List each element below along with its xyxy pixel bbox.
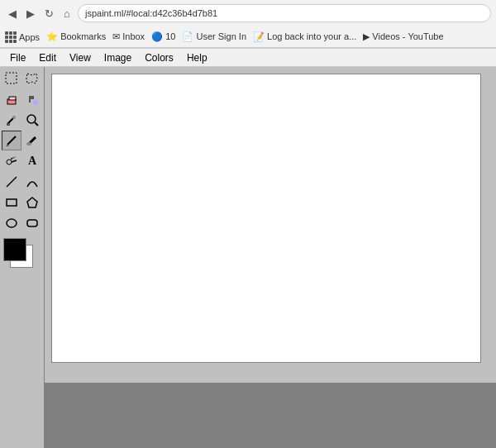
svg-line-19 [7,177,17,187]
svg-marker-21 [27,198,37,207]
bm-logback[interactable]: 📝 Log back into your a... [253,31,356,42]
tool-rounded-rect[interactable] [22,213,42,233]
canvas-wrapper [45,67,496,383]
tool-rect[interactable] [2,193,21,212]
svg-point-18 [14,156,15,157]
bm-number[interactable]: 🔵 10 [151,31,175,42]
svg-point-8 [27,115,36,123]
tool-airbrush[interactable] [2,151,21,171]
browser-chrome: ◀ ▶ ↻ ⌂ jspaint.ml/#local:d42c36b4d7b81 … [0,0,496,49]
svg-point-14 [7,160,12,164]
drawing-canvas[interactable] [51,74,481,363]
svg-point-22 [7,219,17,227]
svg-line-15 [12,160,17,162]
back-button[interactable]: ◀ [5,6,20,21]
tool-text[interactable]: A [22,151,42,171]
color-preview [2,236,41,273]
menu-colors[interactable]: Colors [138,50,180,65]
tool-eraser[interactable] [2,89,21,109]
bm-inbox[interactable]: ✉ Inbox [112,31,145,42]
bm-bookmarks[interactable]: ⭐ Bookmarks [46,31,106,42]
url-text: jspaint.ml/#local:d42c36b4d7b81 [85,8,217,18]
tool-eyedropper[interactable] [2,110,21,130]
svg-line-9 [35,122,38,126]
tool-polygon[interactable] [22,193,42,212]
svg-rect-0 [6,73,17,83]
menu-edit[interactable]: Edit [32,50,63,65]
canvas-bottom-area [45,383,496,448]
address-bar[interactable]: jspaint.ml/#local:d42c36b4d7b81 [78,4,491,22]
tool-select-free[interactable] [22,69,42,88]
forward-button[interactable]: ▶ [23,6,38,21]
svg-rect-3 [9,97,16,100]
tool-pencil[interactable] [2,131,21,150]
svg-marker-1 [26,74,37,83]
bm-apps[interactable]: Apps [5,31,40,43]
svg-point-16 [11,158,12,160]
tool-curve[interactable] [22,172,42,192]
menu-file[interactable]: File [3,50,32,65]
bm-videos[interactable]: ▶ Videos - YouTube [363,31,443,42]
menu-help[interactable]: Help [180,50,214,65]
svg-point-17 [12,157,14,159]
svg-point-6 [12,116,16,119]
canvas-area [45,67,496,448]
tool-select-rect[interactable] [2,69,21,88]
home-button[interactable]: ⌂ [60,6,74,21]
app-container: A [0,67,496,448]
browser-nav: ◀ ▶ ↻ ⌂ jspaint.ml/#local:d42c36b4d7b81 [0,0,496,26]
bookmarks-bar: Apps ⭐ Bookmarks ✉ Inbox 🔵 10 📄 User Sig… [0,26,496,48]
toolbar: A [0,67,45,448]
tool-line[interactable] [2,172,21,192]
tool-brush[interactable] [22,131,42,150]
svg-line-10 [7,136,16,145]
svg-marker-11 [6,145,9,146]
menu-image[interactable]: Image [98,50,138,65]
tool-ellipse[interactable] [2,213,21,233]
reload-button[interactable]: ↻ [41,6,56,21]
foreground-color-box[interactable] [3,238,26,261]
svg-rect-7 [7,123,10,126]
menu-bar: File Edit View Image Colors Help [0,49,496,67]
tool-grid: A [2,69,42,233]
svg-rect-20 [7,199,17,206]
tool-fill[interactable] [22,89,42,109]
tool-magnifier[interactable] [22,110,42,130]
bm-usersignin[interactable]: 📄 User Sign In [182,31,246,42]
svg-point-13 [26,142,31,145]
menu-view[interactable]: View [63,50,98,65]
svg-rect-23 [27,220,37,226]
